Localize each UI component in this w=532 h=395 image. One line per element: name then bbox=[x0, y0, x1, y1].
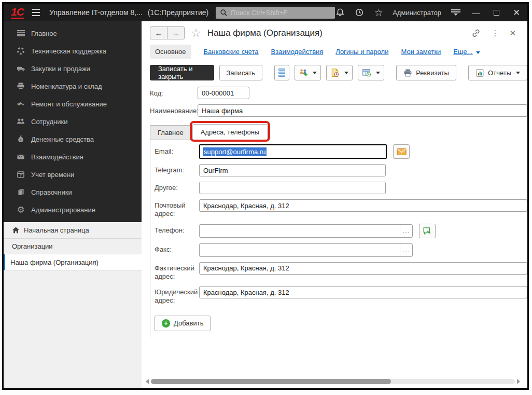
naimenovanie-input[interactable]: Наша фирма bbox=[198, 104, 527, 117]
link-more[interactable]: Еще... bbox=[453, 48, 480, 56]
history-icon[interactable] bbox=[354, 7, 365, 18]
sidebar-item-label: Главное bbox=[31, 30, 57, 37]
global-search-input[interactable]: Поиск Ctrl+Shift+F bbox=[216, 7, 335, 19]
link-logins-passwords[interactable]: Логины и пароли bbox=[335, 48, 388, 56]
sidebar-item-uchet-vremeni[interactable]: 7 Учет времени bbox=[4, 166, 142, 183]
list-view-button[interactable] bbox=[274, 65, 289, 80]
sidebar-item-label: Денежные средства bbox=[31, 135, 94, 143]
sidebar-item-label: Закупки и продажи bbox=[31, 65, 90, 73]
kod-input[interactable]: 00-000001 bbox=[198, 87, 249, 99]
scroll-right-icon[interactable] bbox=[517, 379, 520, 384]
main-menu-icon[interactable] bbox=[32, 9, 40, 16]
books-icon bbox=[16, 187, 25, 197]
sidebar-item-label: Номенклатура и склад bbox=[31, 83, 102, 90]
other-label: Другое: bbox=[155, 184, 199, 192]
sidebar-item-nomenklatura[interactable]: Номенклатура и склад bbox=[4, 77, 142, 95]
add-employee-button[interactable] bbox=[295, 65, 321, 80]
otchety-button[interactable]: Отчеты bbox=[468, 65, 527, 80]
minimize-button[interactable]: — bbox=[470, 8, 482, 17]
search-placeholder: Поиск Ctrl+Shift+F bbox=[231, 9, 287, 17]
postal-address-input[interactable]: Краснодар, Красная, д. 312 bbox=[199, 199, 527, 212]
tab-osnovnoe[interactable]: Основное bbox=[150, 45, 191, 59]
scrollbar-track[interactable] bbox=[151, 379, 515, 384]
actual-address-input[interactable]: Краснодар, Красная, д. 312 bbox=[199, 262, 527, 275]
sidebar-item-glavnoe[interactable]: Главное bbox=[4, 24, 142, 42]
app-subtitle: (1С:Предприятие) bbox=[148, 8, 208, 17]
link-interactions[interactable]: Взаимодействия bbox=[271, 48, 324, 56]
send-email-button[interactable] bbox=[393, 144, 410, 159]
phone-chat-icon bbox=[423, 226, 432, 236]
subtab-glavnoe[interactable]: Главное bbox=[150, 125, 191, 140]
otchety-label: Отчеты bbox=[488, 69, 511, 77]
save-and-close-button[interactable]: Записать и закрыть bbox=[150, 65, 214, 80]
more-menu-icon[interactable]: ⋮ bbox=[491, 29, 499, 38]
fax-value[interactable] bbox=[200, 244, 400, 256]
sidebar-item-zakupki[interactable]: Закупки и продажи bbox=[4, 60, 142, 77]
sidebar-item-home-page[interactable]: Начальная страница bbox=[4, 222, 142, 239]
forward-button[interactable]: → bbox=[167, 26, 185, 39]
sidebar-item-current-org[interactable]: Наша фирма (Организация) bbox=[4, 254, 142, 270]
email-label: Email: bbox=[155, 147, 199, 156]
printer-icon bbox=[403, 69, 412, 77]
link-my-notes[interactable]: Мои заметки bbox=[401, 48, 441, 56]
phone-value[interactable] bbox=[200, 225, 400, 237]
horizontal-scrollbar[interactable] bbox=[146, 378, 520, 385]
add-favorite-star-icon[interactable]: ☆ bbox=[191, 28, 201, 39]
kod-label: Код: bbox=[150, 89, 198, 97]
scrollbar-thumb[interactable] bbox=[151, 379, 391, 384]
telegram-input[interactable]: OurFirm bbox=[199, 164, 386, 176]
sidebar-item-administrirovanie[interactable]: ⚙ Администрирование bbox=[4, 201, 142, 219]
close-window-button[interactable]: ✕ bbox=[511, 7, 522, 18]
printer-icon bbox=[16, 81, 25, 91]
sidebar-item-label: Администрирование bbox=[31, 206, 95, 214]
scroll-left-icon[interactable] bbox=[146, 379, 149, 384]
sidebar-item-remont[interactable]: Ремонт и обслуживание bbox=[4, 95, 142, 113]
calendar-icon: 7 bbox=[16, 170, 25, 179]
table-schedule-button[interactable] bbox=[358, 65, 384, 80]
telegram-label: Telegram: bbox=[155, 166, 199, 174]
envelope-icon bbox=[397, 148, 407, 156]
rekvizity-button[interactable]: Реквизиты bbox=[396, 65, 456, 80]
add-button[interactable]: + Добавить bbox=[155, 316, 211, 331]
sidebar-item-label: Ремонт и обслуживание bbox=[31, 100, 107, 108]
other-input[interactable] bbox=[199, 182, 386, 194]
document-history-button[interactable] bbox=[326, 65, 353, 80]
document-clock-icon bbox=[330, 68, 340, 77]
link-bank-accounts[interactable]: Банковские счета bbox=[204, 48, 259, 56]
call-phone-button[interactable] bbox=[419, 224, 436, 238]
sidebar-item-dengi[interactable]: s Денежные средства bbox=[4, 130, 142, 148]
maximize-button[interactable] bbox=[491, 8, 502, 17]
close-form-icon[interactable]: ✕ bbox=[509, 29, 516, 38]
fax-input[interactable]: ... bbox=[199, 243, 413, 257]
sidebar-item-label: Учет времени bbox=[31, 171, 74, 179]
back-button[interactable]: ← bbox=[150, 26, 167, 39]
table-clock-icon bbox=[362, 68, 371, 77]
fax-ellipsis-button[interactable]: ... bbox=[400, 244, 412, 256]
phone-ellipsis-button[interactable]: ... bbox=[400, 225, 412, 237]
legal-address-input[interactable]: Краснодар, Красная, д. 312 bbox=[199, 286, 527, 298]
sidebar-item-sotrudniki[interactable]: Сотрудники bbox=[4, 113, 142, 130]
service-menu-icon[interactable] bbox=[450, 9, 461, 16]
current-user[interactable]: Администратор bbox=[393, 9, 441, 17]
get-link-icon[interactable] bbox=[471, 29, 481, 38]
rekvizity-label: Реквизиты bbox=[416, 69, 449, 77]
sidebar-filler bbox=[4, 270, 142, 388]
subtab-addresses[interactable]: Адреса, телефоны bbox=[192, 124, 268, 140]
naimenovanie-label: Наименование: bbox=[150, 107, 198, 115]
notifications-bell-icon[interactable] bbox=[335, 7, 345, 18]
email-input[interactable]: support@ourfirma.ru bbox=[199, 144, 387, 159]
mail-icon bbox=[16, 152, 25, 161]
save-button[interactable]: Записать bbox=[219, 65, 263, 80]
chevron-down-icon bbox=[344, 72, 348, 74]
sidebar-item-organizations[interactable]: Организации bbox=[4, 239, 142, 254]
sidebar-item-spravochniki[interactable]: Справочники bbox=[4, 183, 142, 201]
sidebar-item-vzaimodeystviya[interactable]: Взаимодействия bbox=[4, 148, 142, 166]
money-bag-icon: s bbox=[16, 134, 25, 144]
sidebar-item-podderzhka[interactable]: Техническая поддержка bbox=[4, 42, 142, 60]
addresses-tab-panel: Email: support@ourfirma.ru Telegram: Our… bbox=[150, 140, 527, 337]
fax-label: Факс: bbox=[155, 246, 199, 254]
tools-icon bbox=[16, 99, 25, 108]
chevron-down-icon bbox=[516, 72, 520, 74]
favorites-star-icon[interactable]: ☆ bbox=[373, 7, 384, 18]
phone-input[interactable]: ... bbox=[199, 224, 413, 238]
